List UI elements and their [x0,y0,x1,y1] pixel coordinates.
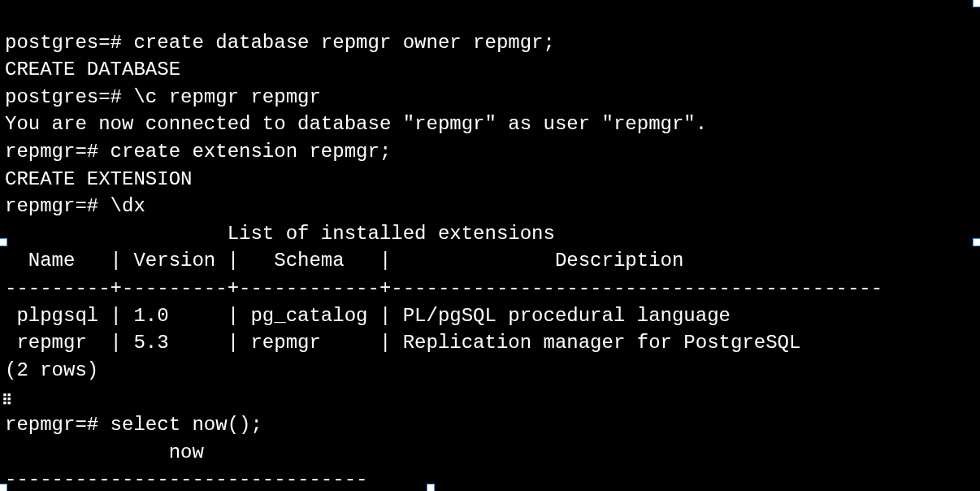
response-line: CREATE DATABASE [5,59,180,80]
prompt-line: repmgr=# \dx [5,195,145,217]
table-title: List of installed extensions [5,223,555,245]
row-count: (2 rows) [5,359,98,381]
prompt-line: repmgr=# create extension repmgr; [5,141,391,163]
terminal-output[interactable]: postgres=# create database repmgr owner … [0,0,980,491]
table-header: Name | Version | Schema | Description [5,250,683,272]
prompt-line: postgres=# create database repmgr owner … [5,32,555,54]
result-separator: ------------------------------- [5,468,367,490]
table-separator: ---------+---------+------------+-------… [5,277,882,299]
selection-handle-icon[interactable] [0,484,7,491]
response-line: You are now connected to database "repmg… [5,113,707,135]
table-row: plpgsql | 1.0 | pg_catalog | PL/pgSQL pr… [5,305,731,327]
result-header: now [5,441,204,463]
prompt-line: postgres=# \c repmgr repmgr [5,86,321,108]
selection-handle-icon[interactable] [427,484,435,491]
table-row: repmgr | 5.3 | repmgr | Replication mana… [5,332,800,354]
response-line: CREATE EXTENSION [5,168,192,190]
prompt-line: repmgr=# select now(); [5,414,262,436]
list-icon[interactable]: ⠿ [2,393,18,406]
selection-handle-icon[interactable] [973,238,980,246]
selection-handle-icon[interactable] [0,238,7,246]
selection-handle-icon[interactable] [973,0,980,7]
